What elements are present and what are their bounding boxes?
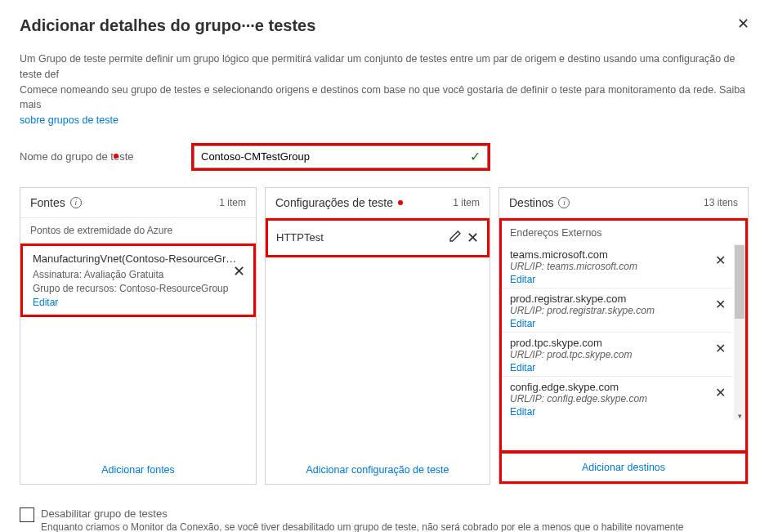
dest-item: prod.registrar.skype.com URL/IP: prod.re… bbox=[502, 288, 732, 332]
remove-dest-icon[interactable]: ✕ bbox=[715, 297, 726, 312]
scroll-down-icon[interactable]: ▾ bbox=[734, 412, 745, 420]
edit-source-link[interactable]: Editar bbox=[33, 297, 58, 308]
scrollbar-thumb[interactable] bbox=[735, 245, 744, 319]
sources-endpoint-highlight: ManufacturingVnet(Contoso-ResourceGr… As… bbox=[20, 244, 256, 318]
dest-name: prod.tpc.skype.com bbox=[510, 337, 724, 349]
dest-scrollbar[interactable]: ▾ bbox=[734, 244, 745, 420]
dest-list: teams.microsoft.com URL/IP: teams.micros… bbox=[502, 244, 745, 420]
page-title: Adicionar detalhes do grupo···e testes bbox=[20, 16, 315, 35]
remove-testcfg-icon[interactable]: ✕ bbox=[467, 229, 479, 247]
name-field: ✓ bbox=[194, 145, 488, 168]
testcfg-item: HTTPTest ✕ bbox=[268, 221, 487, 255]
remove-source-icon[interactable]: ✕ bbox=[233, 262, 245, 280]
description-block: Um Grupo de teste permite definir um gru… bbox=[20, 51, 749, 128]
dest-url: URL/IP: prod.registrar.skype.com bbox=[510, 305, 724, 316]
remove-dest-icon[interactable]: ✕ bbox=[715, 385, 726, 400]
destinations-panel: Destinos i 13 itens Endereços Externos t… bbox=[499, 187, 749, 485]
testcfg-item-highlight: HTTPTest ✕ bbox=[266, 218, 490, 257]
info-icon[interactable]: i bbox=[558, 197, 570, 208]
remove-dest-icon[interactable]: ✕ bbox=[715, 341, 726, 356]
disable-group-checkbox[interactable] bbox=[20, 507, 34, 522]
testcfg-panel-title: Configurações de teste bbox=[275, 196, 393, 209]
add-dest-link[interactable]: Adicionar destinos bbox=[502, 454, 745, 481]
edit-dest-link[interactable]: Editar bbox=[510, 406, 535, 418]
dest-item: prod.tpc.skype.com URL/IP: prod.tpc.skyp… bbox=[502, 332, 732, 376]
sources-panel-title: Fontes bbox=[30, 196, 65, 209]
description-line2: Comece nomeando seu grupo de testes e se… bbox=[20, 84, 745, 111]
add-testcfg-link[interactable]: Adicionar configuração de teste bbox=[266, 456, 490, 484]
dest-name: config.edge.skype.com bbox=[510, 381, 724, 393]
name-label: Nome do grupo de teste bbox=[20, 150, 159, 163]
info-icon[interactable]: i bbox=[70, 197, 82, 208]
testcfg-count: 1 item bbox=[453, 197, 480, 208]
testcfg-panel: Configurações de teste 1 item HTTPTest ✕… bbox=[265, 187, 490, 485]
dest-url: URL/IP: teams.microsoft.com bbox=[510, 261, 724, 272]
group-name-input[interactable] bbox=[201, 150, 470, 163]
edit-dest-link[interactable]: Editar bbox=[510, 318, 535, 329]
edit-icon[interactable] bbox=[449, 230, 462, 245]
endpoint-name: ManufacturingVnet(Contoso-ResourceGr… bbox=[33, 253, 244, 265]
sources-count: 1 item bbox=[219, 197, 246, 208]
dest-group-header: Endereços Externos bbox=[502, 222, 745, 244]
dest-item: teams.microsoft.com URL/IP: teams.micros… bbox=[502, 244, 732, 288]
edit-dest-link[interactable]: Editar bbox=[510, 274, 535, 285]
source-endpoint-item: ManufacturingVnet(Contoso-ResourceGr… As… bbox=[23, 246, 253, 315]
dest-url: URL/IP: prod.tpc.skype.com bbox=[510, 349, 724, 360]
dest-url: URL/IP: config.edge.skype.com bbox=[510, 393, 724, 405]
annotation-marker-icon bbox=[398, 200, 403, 205]
testcfg-name: HTTPTest bbox=[276, 231, 324, 244]
endpoint-subscription: Assinatura: Avaliação Gratuita bbox=[33, 268, 244, 282]
add-sources-link[interactable]: Adicionar fontes bbox=[20, 456, 256, 484]
check-icon: ✓ bbox=[470, 149, 481, 164]
disable-label: Desabilitar grupo de testes bbox=[41, 507, 683, 520]
endpoint-rg: Grupo de recursos: Contoso-ResourceGroup bbox=[33, 282, 244, 296]
add-dest-highlight: Adicionar destinos bbox=[499, 451, 748, 484]
remove-dest-icon[interactable]: ✕ bbox=[715, 253, 726, 268]
dest-name: teams.microsoft.com bbox=[510, 248, 724, 261]
description-line1: Um Grupo de teste permite definir um gru… bbox=[20, 53, 735, 80]
dest-name: prod.registrar.skype.com bbox=[510, 293, 724, 305]
name-field-highlight: ✓ bbox=[191, 143, 490, 171]
sources-sub-header: Pontos de extremidade do Azure bbox=[20, 218, 256, 244]
edit-dest-link[interactable]: Editar bbox=[510, 362, 535, 373]
disable-subtext: Enquanto criamos o Monitor da Conexão, s… bbox=[41, 521, 683, 532]
help-link[interactable]: sobre grupos de teste bbox=[20, 114, 118, 126]
close-icon[interactable]: ✕ bbox=[737, 16, 749, 31]
dest-panel-title: Destinos bbox=[509, 196, 553, 209]
dest-count: 13 itens bbox=[704, 197, 738, 208]
dest-item: config.edge.skype.com URL/IP: config.edg… bbox=[502, 376, 732, 420]
dest-body-highlight: Endereços Externos teams.microsoft.com U… bbox=[499, 218, 748, 453]
sources-panel: Fontes i 1 item Pontos de extremidade do… bbox=[20, 187, 257, 485]
